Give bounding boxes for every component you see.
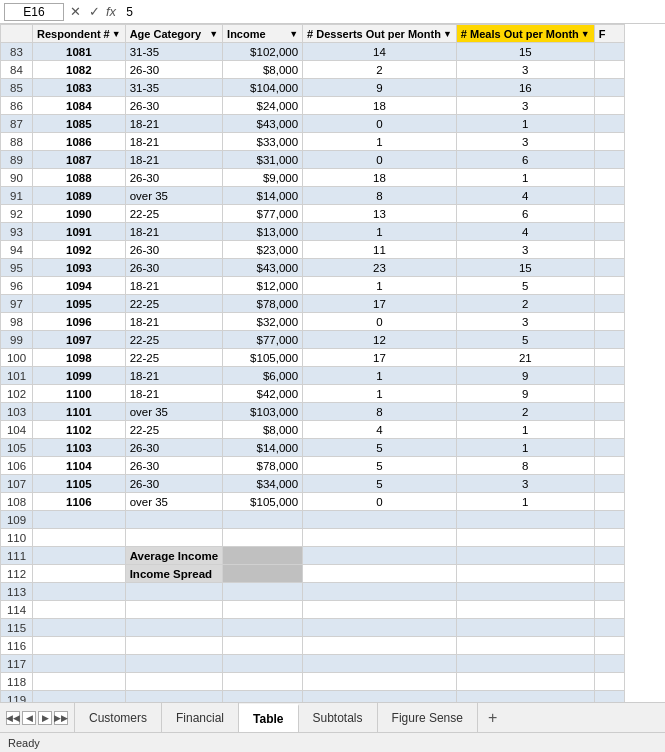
meals-count[interactable]: 3 (456, 61, 594, 79)
respondent-id[interactable]: 1083 (33, 79, 126, 97)
col-b-dropdown[interactable]: ▼ (209, 29, 218, 39)
desserts-count[interactable] (303, 511, 457, 529)
age-category[interactable] (125, 511, 222, 529)
desserts-count[interactable] (303, 583, 457, 601)
respondent-id[interactable] (33, 673, 126, 691)
age-category[interactable] (125, 583, 222, 601)
respondent-id[interactable]: 1105 (33, 475, 126, 493)
col-e-dropdown[interactable]: ▼ (581, 29, 590, 39)
meals-count[interactable]: 4 (456, 223, 594, 241)
age-category[interactable]: 26-30 (125, 457, 222, 475)
age-category[interactable] (125, 655, 222, 673)
meals-count[interactable]: 3 (456, 97, 594, 115)
respondent-id[interactable]: 1095 (33, 295, 126, 313)
desserts-count[interactable]: 1 (303, 367, 457, 385)
desserts-count[interactable] (303, 691, 457, 703)
col-header-f[interactable]: F (594, 25, 624, 43)
desserts-count[interactable]: 9 (303, 79, 457, 97)
tab-subtotals[interactable]: Subtotals (299, 703, 378, 732)
desserts-count[interactable] (303, 529, 457, 547)
respondent-id[interactable]: 1100 (33, 385, 126, 403)
avg-income-value[interactable] (223, 547, 303, 565)
col-header-e[interactable]: # Meals Out per Month ▼ (456, 25, 594, 43)
income[interactable]: $31,000 (223, 151, 303, 169)
respondent-id[interactable]: 1093 (33, 259, 126, 277)
age-category[interactable]: over 35 (125, 403, 222, 421)
meals-count[interactable]: 2 (456, 295, 594, 313)
meals-count[interactable] (456, 601, 594, 619)
respondent-id[interactable]: 1082 (33, 61, 126, 79)
desserts-count[interactable]: 4 (303, 421, 457, 439)
tab-nav-last[interactable]: ▶▶ (54, 711, 68, 725)
respondent-id[interactable]: 1087 (33, 151, 126, 169)
income[interactable]: $34,000 (223, 475, 303, 493)
tab-nav-first[interactable]: ◀◀ (6, 711, 20, 725)
respondent-id[interactable]: 1081 (33, 43, 126, 61)
income[interactable]: $8,000 (223, 421, 303, 439)
meals-count[interactable]: 21 (456, 349, 594, 367)
income[interactable]: $78,000 (223, 295, 303, 313)
respondent-id[interactable]: 1086 (33, 133, 126, 151)
respondent-id[interactable]: 1099 (33, 367, 126, 385)
desserts-count[interactable] (303, 601, 457, 619)
age-category[interactable]: 18-21 (125, 385, 222, 403)
desserts-count[interactable] (303, 619, 457, 637)
meals-count[interactable] (456, 619, 594, 637)
respondent-id[interactable]: 1090 (33, 205, 126, 223)
meals-count[interactable]: 1 (456, 439, 594, 457)
age-category[interactable]: 18-21 (125, 133, 222, 151)
age-category[interactable]: over 35 (125, 493, 222, 511)
respondent-id[interactable]: 1088 (33, 169, 126, 187)
meals-count[interactable]: 1 (456, 421, 594, 439)
respondent-id[interactable]: 1094 (33, 277, 126, 295)
meals-count[interactable]: 9 (456, 367, 594, 385)
meals-count[interactable]: 8 (456, 457, 594, 475)
tab-financial[interactable]: Financial (162, 703, 239, 732)
respondent-id[interactable] (33, 601, 126, 619)
age-category[interactable]: 31-35 (125, 79, 222, 97)
desserts-count[interactable]: 14 (303, 43, 457, 61)
meals-count[interactable]: 1 (456, 115, 594, 133)
income[interactable] (223, 637, 303, 655)
age-category[interactable]: 26-30 (125, 259, 222, 277)
meals-count[interactable]: 15 (456, 43, 594, 61)
meals-count[interactable]: 5 (456, 277, 594, 295)
desserts-count[interactable]: 0 (303, 493, 457, 511)
age-category[interactable] (125, 619, 222, 637)
meals-count[interactable]: 3 (456, 241, 594, 259)
meals-count[interactable]: 15 (456, 259, 594, 277)
col-header-c[interactable]: Income ▼ (223, 25, 303, 43)
respondent-id[interactable]: 1106 (33, 493, 126, 511)
meals-count[interactable]: 3 (456, 475, 594, 493)
age-category[interactable]: 22-25 (125, 421, 222, 439)
age-category[interactable] (125, 529, 222, 547)
col-d-dropdown[interactable]: ▼ (443, 29, 452, 39)
desserts-count[interactable]: 18 (303, 169, 457, 187)
respondent-id[interactable] (33, 583, 126, 601)
income[interactable]: $8,000 (223, 61, 303, 79)
desserts-count[interactable]: 0 (303, 115, 457, 133)
income[interactable]: $104,000 (223, 79, 303, 97)
desserts-count[interactable]: 8 (303, 187, 457, 205)
age-category[interactable]: 18-21 (125, 115, 222, 133)
income[interactable]: $32,000 (223, 313, 303, 331)
income[interactable] (223, 529, 303, 547)
tab-nav-next[interactable]: ▶ (38, 711, 52, 725)
meals-count[interactable]: 1 (456, 169, 594, 187)
desserts-count[interactable]: 1 (303, 223, 457, 241)
income-spread-value[interactable] (223, 565, 303, 583)
age-category[interactable]: 26-30 (125, 97, 222, 115)
income[interactable]: $33,000 (223, 133, 303, 151)
desserts-count[interactable]: 1 (303, 385, 457, 403)
desserts-count[interactable]: 18 (303, 97, 457, 115)
age-category[interactable]: 18-21 (125, 277, 222, 295)
meals-count[interactable]: 9 (456, 385, 594, 403)
income[interactable]: $6,000 (223, 367, 303, 385)
meals-count[interactable] (456, 691, 594, 703)
income[interactable]: $105,000 (223, 349, 303, 367)
age-category[interactable]: 26-30 (125, 241, 222, 259)
meals-count[interactable] (456, 529, 594, 547)
income[interactable]: $13,000 (223, 223, 303, 241)
income[interactable]: $14,000 (223, 439, 303, 457)
col-header-d[interactable]: # Desserts Out per Month ▼ (303, 25, 457, 43)
